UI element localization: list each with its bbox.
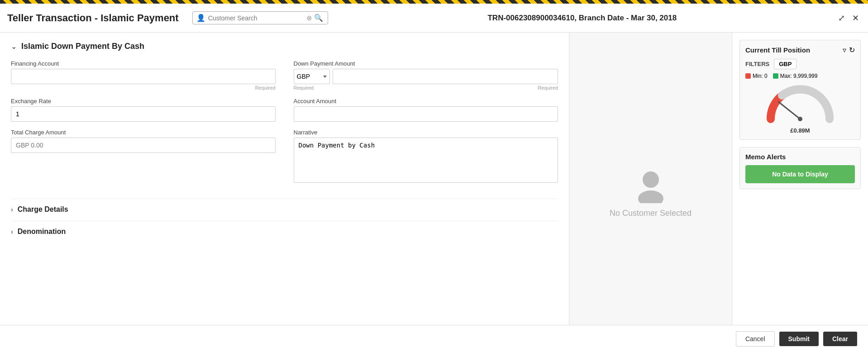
gauge-svg (764, 83, 836, 124)
charge-details-header[interactable]: › Charge Details (11, 205, 558, 214)
min-dot (745, 73, 751, 79)
till-filter-button[interactable]: ▿ (843, 46, 846, 54)
form-grid: Financing Account Required Down Payment … (11, 60, 558, 191)
till-title: Current Till Position (745, 46, 810, 54)
narrative-label: Narrative (294, 129, 558, 136)
narrative-group: Narrative Down Payment by Cash (294, 129, 558, 184)
title-bar (0, 0, 868, 4)
expand-button[interactable]: ⤢ (836, 11, 847, 25)
min-legend: Min: 0 (745, 73, 768, 79)
cancel-button[interactable]: Cancel (736, 331, 775, 347)
narrative-textarea[interactable]: Down Payment by Cash (294, 138, 558, 183)
currency-required: Required (294, 85, 314, 90)
exchange-rate-input[interactable] (11, 106, 276, 122)
amount-required: Required (538, 85, 558, 90)
header-actions: ⤢ ✕ (836, 11, 861, 25)
denomination-title: Denomination (18, 228, 66, 236)
no-customer-text: No Customer Selected (610, 209, 692, 218)
till-section: Current Till Position ▿ ↻ FILTERS GBP Mi… (739, 40, 861, 140)
till-header: Current Till Position ▿ ↻ (745, 46, 855, 54)
max-label: Max: 9,999,999 (780, 73, 818, 79)
max-dot (773, 73, 778, 79)
footer: Cancel Submit Clear (0, 325, 868, 352)
middle-panel: No Customer Selected (569, 33, 732, 352)
gauge-value: £0.89M (745, 127, 855, 134)
memo-title: Memo Alerts (745, 153, 855, 161)
legend-row: Min: 0 Max: 9,999,999 (745, 73, 855, 79)
memo-section: Memo Alerts No Data to Display (739, 147, 861, 189)
financing-account-label: Financing Account (11, 60, 276, 67)
svg-point-3 (798, 117, 802, 121)
exchange-rate-group: Exchange Rate (11, 98, 276, 122)
denomination-section: › Denomination (11, 221, 558, 236)
section-title: Islamic Down Payment By Cash (21, 42, 144, 51)
account-amount-group: Account Amount (294, 98, 558, 122)
till-actions: ▿ ↻ (843, 46, 855, 54)
denomination-header[interactable]: › Denomination (11, 228, 558, 236)
svg-line-2 (778, 102, 800, 119)
denomination-chevron: › (11, 228, 13, 235)
left-panel: ⌄ Islamic Down Payment By Cash Financing… (0, 33, 569, 352)
person-icon: 👤 (196, 14, 205, 22)
main-container: ⌄ Islamic Down Payment By Cash Financing… (0, 33, 868, 352)
down-payment-amount-input[interactable] (333, 69, 558, 84)
total-charge-label: Total Charge Amount (11, 129, 276, 136)
exchange-rate-label: Exchange Rate (11, 98, 276, 105)
search-button[interactable]: 🔍 (313, 14, 324, 22)
filter-row: FILTERS GBP (745, 59, 855, 69)
clear-search-button[interactable]: ⊗ (305, 14, 313, 22)
financing-account-group: Financing Account Required (11, 60, 276, 90)
customer-search-input[interactable] (208, 14, 305, 22)
section-collapse-icon[interactable]: ⌄ (11, 42, 17, 51)
financing-account-required: Required (11, 85, 276, 90)
currency-select[interactable]: GBP USD EUR (294, 69, 330, 84)
trn-info: TRN-0062308900034610, Branch Date - Mar … (328, 14, 836, 23)
total-charge-group: Total Charge Amount (11, 129, 276, 184)
down-payment-amount-label: Down Payment Amount (294, 60, 558, 67)
charge-details-chevron: › (11, 206, 13, 213)
till-refresh-button[interactable]: ↻ (849, 46, 855, 54)
submit-button[interactable]: Submit (779, 332, 819, 346)
customer-placeholder: No Customer Selected (610, 167, 692, 218)
right-panel: Current Till Position ▿ ↻ FILTERS GBP Mi… (732, 33, 868, 352)
no-data-badge: No Data to Display (745, 165, 855, 183)
charge-details-title: Charge Details (18, 205, 68, 214)
charge-details-section: › Charge Details (11, 199, 558, 214)
clear-button[interactable]: Clear (823, 332, 857, 346)
customer-avatar-icon (633, 167, 669, 203)
down-payment-amount-group: Down Payment Amount GBP USD EUR Required… (294, 60, 558, 90)
total-charge-input[interactable] (11, 138, 276, 153)
close-button[interactable]: ✕ (850, 11, 861, 25)
account-amount-input[interactable] (294, 106, 558, 122)
min-label: Min: 0 (753, 73, 768, 79)
header: Teller Transaction - Islamic Payment 👤 ⊗… (0, 4, 868, 33)
gbp-badge[interactable]: GBP (774, 59, 796, 69)
gauge-container (745, 83, 855, 124)
app-title: Teller Transaction - Islamic Payment (7, 12, 179, 24)
svg-point-0 (643, 171, 659, 188)
financing-account-input[interactable] (11, 69, 276, 84)
customer-search-bar[interactable]: 👤 ⊗ 🔍 (192, 11, 328, 24)
account-amount-label: Account Amount (294, 98, 558, 105)
down-payment-row: GBP USD EUR (294, 69, 558, 84)
max-legend: Max: 9,999,999 (773, 73, 818, 79)
svg-point-1 (638, 190, 663, 203)
filters-label: FILTERS (745, 61, 769, 67)
main-section-header: ⌄ Islamic Down Payment By Cash (11, 42, 558, 51)
